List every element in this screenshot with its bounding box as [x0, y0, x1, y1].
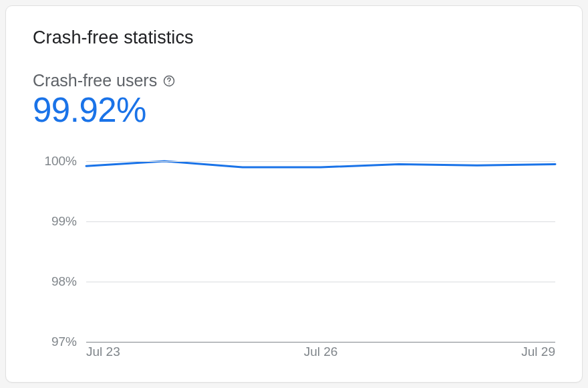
chart-x-axis: Jul 23Jul 26Jul 29 [86, 345, 555, 363]
chart-gridline: 99% [33, 214, 555, 229]
chart-line-svg [86, 161, 555, 342]
crash-free-stats-card: Crash-free statistics Crash-free users 9… [5, 5, 583, 383]
x-tick-label: Jul 29 [521, 345, 555, 359]
card-title: Crash-free statistics [33, 27, 555, 48]
chart-gridline: 98% [33, 274, 555, 289]
gridline [86, 282, 555, 282]
gridline [86, 221, 555, 222]
help-icon[interactable] [162, 74, 176, 88]
axis-line [86, 342, 555, 343]
chart: 100%99%98%97% Jul 23Jul 26Jul 29 [33, 161, 555, 363]
chart-gridline: 100% [33, 154, 555, 169]
gridline [86, 161, 555, 162]
x-tick-label: Jul 23 [86, 345, 120, 359]
x-tick-label: Jul 26 [304, 345, 338, 359]
metric-label-row: Crash-free users [33, 71, 555, 90]
y-tick-label: 100% [33, 154, 86, 169]
metric-label: Crash-free users [33, 71, 157, 90]
metric-value: 99.92% [33, 92, 555, 129]
y-tick-label: 97% [33, 334, 86, 349]
chart-plot-region: 100%99%98%97% [33, 161, 555, 342]
svg-point-1 [168, 83, 170, 84]
y-tick-label: 99% [33, 214, 86, 229]
y-tick-label: 98% [33, 274, 86, 289]
